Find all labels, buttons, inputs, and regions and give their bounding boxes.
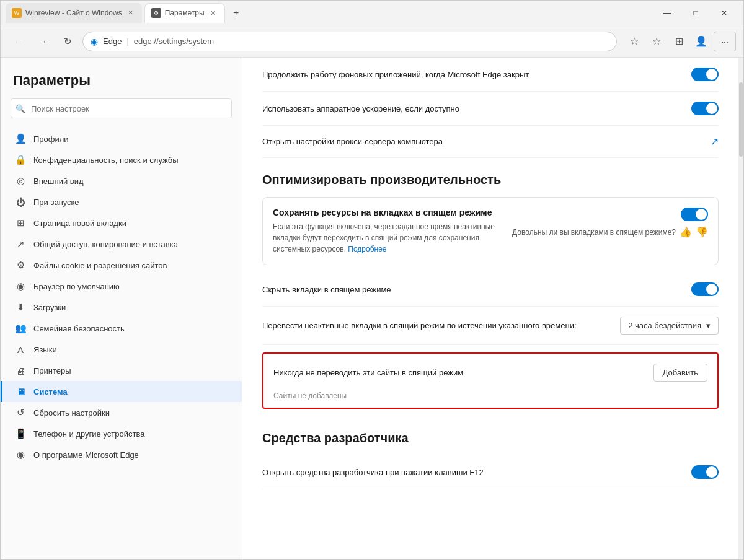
- more-menu-button[interactable]: ···: [714, 32, 736, 51]
- sleeping-tabs-link[interactable]: Подробнее: [348, 245, 386, 253]
- sidebar-item-system[interactable]: 🖥 Система: [1, 381, 242, 402]
- toggle-knob: [706, 466, 717, 478]
- sleeping-tabs-card-right: Довольны ли вы вкладками в спящем режиме…: [512, 208, 708, 238]
- sidebar-item-browser[interactable]: ◉ Браузер по умолчанию: [1, 276, 242, 297]
- favorites-list-icon[interactable]: ☆: [647, 32, 666, 51]
- privacy-icon: 🔒: [15, 154, 26, 165]
- proxy-label: Открыть настройки прокси-сервера компьют…: [262, 137, 711, 146]
- sidebar-item-profiles[interactable]: 👤 Профили: [1, 128, 242, 149]
- search-input[interactable]: [11, 98, 232, 118]
- newtab-icon: ⊞: [15, 217, 26, 229]
- tab-settings[interactable]: ⚙ Параметры ✕: [144, 3, 225, 23]
- minimize-button[interactable]: —: [653, 3, 681, 23]
- collections-icon[interactable]: ⊞: [669, 32, 689, 51]
- back-button[interactable]: ←: [8, 32, 28, 51]
- sidebar-item-printers[interactable]: 🖨 Принтеры: [1, 360, 242, 381]
- sharing-icon: ↗: [15, 238, 26, 250]
- sidebar-item-phone[interactable]: 📱 Телефон и другие устройства: [1, 423, 242, 444]
- sidebar-item-cookies[interactable]: ⚙ Файлы cookie и разрешения сайтов: [1, 255, 242, 276]
- tab-close-settings[interactable]: ✕: [208, 8, 218, 18]
- title-bar: W Winreview - Сайт о Windows ✕ ⚙ Парамет…: [1, 1, 743, 25]
- nav-label-privacy: Конфиденциальность, поиск и службы: [33, 155, 179, 165]
- thumbs-up-icon[interactable]: 👍: [680, 226, 692, 238]
- sleeping-tabs-card-left: Сохранять ресурсы на вкладках в спящем р…: [273, 208, 502, 255]
- sidebar: Параметры 🔍 👤 Профили 🔒 Конфиденциальнос…: [1, 58, 242, 559]
- reset-icon: ↺: [15, 407, 26, 418]
- main-content: Параметры 🔍 👤 Профили 🔒 Конфиденциальнос…: [1, 58, 743, 559]
- hardware-accel-label: Использовать аппаратное ускорение, если …: [262, 104, 681, 113]
- external-link-icon[interactable]: ↗: [711, 136, 719, 147]
- new-tab-button[interactable]: +: [228, 4, 245, 22]
- sleeping-tabs-toggle[interactable]: [681, 208, 708, 221]
- languages-icon: A: [15, 344, 26, 355]
- forward-button[interactable]: →: [33, 32, 53, 51]
- sleep-after-dropdown[interactable]: 2 часа бездействия ▾: [620, 317, 719, 335]
- maximize-button[interactable]: □: [681, 3, 710, 23]
- refresh-button[interactable]: ↻: [58, 32, 78, 51]
- hardware-accel-toggle[interactable]: [691, 102, 719, 115]
- toggle-knob: [696, 209, 707, 220]
- sidebar-item-about[interactable]: ◉ О программе Microsoft Edge: [1, 444, 242, 465]
- sidebar-item-downloads[interactable]: ⬇ Загрузки: [1, 297, 242, 318]
- setting-hide-sleeping: Скрыть вкладки в спящем режиме: [262, 273, 719, 307]
- address-brand: Edge: [103, 37, 122, 46]
- tab-favicon-settings: ⚙: [151, 8, 161, 18]
- family-icon: 👥: [15, 323, 26, 334]
- sleeping-tabs-card-top: Сохранять ресурсы на вкладках в спящем р…: [263, 198, 718, 265]
- startup-icon: ⏻: [15, 196, 26, 208]
- thumbs-down-icon[interactable]: 👎: [696, 226, 708, 238]
- phone-icon: 📱: [15, 428, 26, 439]
- feedback-label: Довольны ли вы вкладками в спящем режиме…: [512, 228, 676, 237]
- optimize-heading: Оптимизировать производительность: [262, 158, 719, 197]
- nav-label-newtab: Страница новой вкладки: [33, 219, 126, 228]
- window-controls: — □ ✕: [653, 3, 738, 23]
- nav-label-appearance: Внешний вид: [33, 177, 84, 186]
- scrollbar-thumb[interactable]: [739, 82, 743, 157]
- nav-label-startup: При запуске: [33, 198, 79, 207]
- sidebar-item-startup[interactable]: ⏻ При запуске: [1, 191, 242, 212]
- sidebar-item-family[interactable]: 👥 Семейная безопасность: [1, 318, 242, 339]
- appearance-icon: ◎: [15, 175, 26, 186]
- system-icon: 🖥: [15, 386, 26, 397]
- tab-close-winreview[interactable]: ✕: [126, 8, 136, 18]
- sidebar-item-sharing[interactable]: ↗ Общий доступ, копирование и вставка: [1, 234, 242, 255]
- tab-label-settings: Параметры: [165, 9, 205, 17]
- setting-f12: Открыть средства разработчика при нажати…: [262, 455, 719, 489]
- never-sleep-header: Никогда не переводить эти сайты в спящий…: [264, 354, 717, 392]
- sleep-after-label: Перевести неактивные вкладки в спящий ре…: [262, 321, 610, 330]
- background-apps-toggle[interactable]: [691, 68, 719, 81]
- tab-winreview[interactable]: W Winreview - Сайт о Windows ✕: [6, 3, 142, 23]
- f12-label: Открыть средства разработчика при нажати…: [262, 468, 681, 477]
- sleeping-tabs-card: Сохранять ресурсы на вкладках в спящем р…: [262, 197, 719, 265]
- address-bar: ← → ↻ ◉ Edge | edge://settings/system ☆ …: [1, 25, 743, 58]
- toggle-knob: [706, 103, 717, 114]
- f12-toggle[interactable]: [691, 465, 719, 479]
- hide-sleeping-toggle[interactable]: [691, 282, 719, 296]
- address-separator: |: [126, 37, 128, 46]
- toggle-knob: [706, 69, 717, 80]
- profile-icon[interactable]: 👤: [691, 32, 711, 51]
- browser-window: W Winreview - Сайт о Windows ✕ ⚙ Парамет…: [0, 0, 744, 560]
- sidebar-item-newtab[interactable]: ⊞ Страница новой вкладки: [1, 212, 242, 234]
- nav-label-printers: Принтеры: [33, 366, 71, 375]
- nav-label-languages: Языки: [33, 345, 57, 354]
- downloads-icon: ⬇: [15, 302, 26, 313]
- favorites-icon[interactable]: ☆: [624, 32, 644, 51]
- address-field[interactable]: ◉ Edge | edge://settings/system: [82, 32, 617, 51]
- sidebar-item-privacy[interactable]: 🔒 Конфиденциальность, поиск и службы: [1, 149, 242, 170]
- add-site-button[interactable]: Добавить: [653, 364, 707, 382]
- browser-icon: ◉: [15, 281, 26, 292]
- profiles-icon: 👤: [15, 133, 26, 144]
- background-apps-label: Продолжить работу фоновых приложений, ко…: [262, 70, 681, 79]
- nav-label-downloads: Загрузки: [33, 303, 66, 312]
- scrollbar-track[interactable]: [738, 58, 743, 559]
- nav-label-sharing: Общий доступ, копирование и вставка: [33, 240, 178, 249]
- setting-hardware-accel: Использовать аппаратное ускорение, если …: [262, 92, 719, 126]
- close-button[interactable]: ✕: [710, 3, 738, 23]
- sidebar-item-languages[interactable]: A Языки: [1, 339, 242, 360]
- setting-background-apps: Продолжить работу фоновых приложений, ко…: [262, 58, 719, 92]
- sleeping-tabs-title: Сохранять ресурсы на вкладках в спящем р…: [273, 208, 502, 217]
- sidebar-item-appearance[interactable]: ◎ Внешний вид: [1, 170, 242, 191]
- sidebar-item-reset[interactable]: ↺ Сбросить настройки: [1, 402, 242, 423]
- toggle-knob: [706, 284, 717, 295]
